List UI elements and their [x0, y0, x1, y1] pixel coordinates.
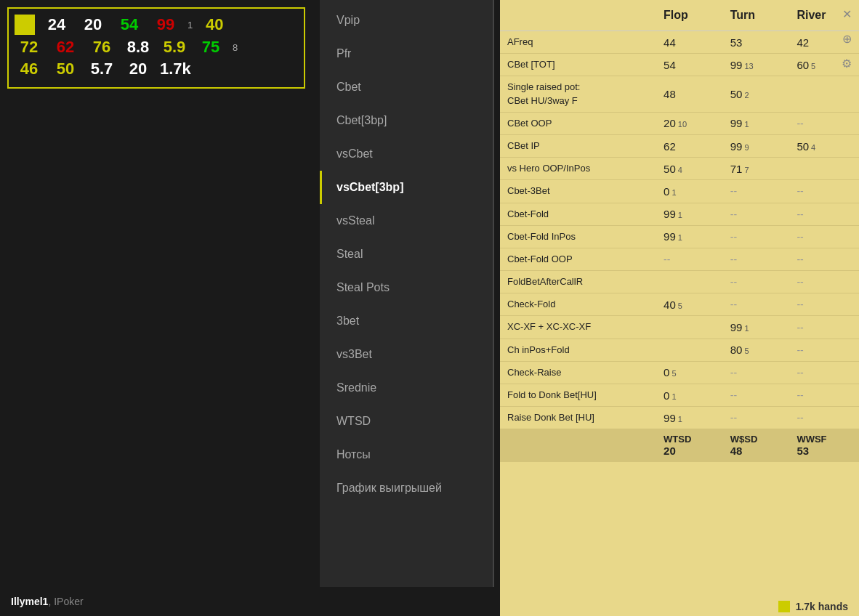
- stat-table: AFreq 44 53 42 CBet [TOT] 54 99 13 60 5 …: [500, 31, 859, 462]
- stat-sub2: 8: [233, 42, 238, 53]
- row-flop-cbet3bet: 0 1: [659, 181, 726, 202]
- pin-icon[interactable]: ⊕: [842, 32, 852, 46]
- hands-color-badge: [778, 601, 790, 612]
- table-row: Check-Fold 40 5 -- --: [500, 293, 859, 316]
- stat-r9: 5.7: [87, 60, 116, 78]
- row-label-cbetfold: Cbet-Fold: [500, 203, 659, 225]
- stat-cbet: 99: [151, 15, 180, 34]
- nav-vs3bet[interactable]: vs3Bet: [320, 338, 493, 371]
- table-header: Flop Turn River: [500, 0, 859, 31]
- table-row: Cbet-3Bet 0 1 -- --: [500, 180, 859, 203]
- stats-row-1: 24 20 54 99 1 40: [15, 15, 298, 35]
- header-turn: Turn: [726, 0, 793, 31]
- row-label-fold-bet-after: FoldBetAfterCallR: [500, 271, 659, 293]
- row-river-cbetfold-oop: --: [792, 249, 859, 270]
- table-row: CBet OOP 20 10 99 1 --: [500, 113, 859, 135]
- stat-r6: 75: [196, 38, 225, 57]
- nav-wtsd[interactable]: WTSD: [320, 405, 493, 438]
- nav-steal[interactable]: Steal: [320, 238, 493, 271]
- table-row: Cbet-Fold OOP -- -- --: [500, 248, 859, 271]
- stat-3bet: 54: [115, 15, 144, 34]
- row-turn-fold-donk: --: [726, 385, 793, 405]
- footer-user: Illymel1, IPoker: [11, 596, 84, 607]
- row-flop-cbet-oop: 20 10: [659, 113, 726, 134]
- row-turn-check-fold: --: [726, 294, 793, 315]
- player-badge: [15, 15, 35, 35]
- stat-pfr: 20: [78, 15, 108, 34]
- row-turn-cbetfold: --: [726, 204, 793, 224]
- row-flop-xcxf: [659, 323, 726, 332]
- nav-steal-pots[interactable]: Steal Pots: [320, 271, 493, 304]
- row-river-raise-donk: --: [792, 408, 859, 428]
- row-flop-srp: 48: [659, 84, 726, 105]
- row-river-cbetfold-ip: --: [792, 227, 859, 247]
- row-turn-afreq: 53: [726, 32, 793, 53]
- stat-hands: 1.7k: [160, 60, 191, 78]
- nav-vscbet[interactable]: vsCbet: [320, 137, 493, 171]
- nav-vssteal[interactable]: vsSteal: [320, 204, 493, 238]
- row-label-xcxf: XC-XF + XC-XC-XF: [500, 316, 659, 338]
- stat-r7: 46: [15, 60, 44, 78]
- footer-wsd-label: W$SD48: [726, 429, 793, 461]
- row-river-fold-bet-after: --: [792, 272, 859, 292]
- row-flop-afreq: 44: [659, 32, 726, 53]
- row-label-fold-donk: Fold to Donk Bet[HU]: [500, 384, 659, 406]
- username: Illymel1: [11, 596, 48, 607]
- close-icon[interactable]: ✕: [842, 7, 852, 21]
- table-row: CBet [TOT] 54 99 13 60 5: [500, 54, 859, 76]
- stat-r5: 5.9: [160, 38, 189, 57]
- row-river-cbet-oop: --: [792, 113, 859, 134]
- row-river-cbetfold: --: [792, 204, 859, 224]
- row-turn-cbetfold-oop: --: [726, 249, 793, 270]
- row-flop-cbetfold-ip: 99 1: [659, 226, 726, 247]
- row-label-cbet-ip: CBet IP: [500, 135, 659, 157]
- nav-srednie[interactable]: Srednie: [320, 371, 493, 405]
- nav-notes[interactable]: Нотсы: [320, 438, 493, 471]
- side-nav: Vpip Pfr Cbet Cbet[3bp] vsCbet vsCbet[3b…: [320, 0, 494, 616]
- row-label-cbet-tot: CBet [TOT]: [500, 54, 659, 76]
- stats-row-2: 72 62 76 8.8 5.9 75 8: [15, 38, 298, 57]
- table-row: Raise Donk Bet [HU] 99 1 -- --: [500, 407, 859, 429]
- row-flop-cbet-tot: 54: [659, 54, 726, 76]
- row-label-check-fold: Check-Fold: [500, 293, 659, 315]
- row-river-ch-inpos: --: [792, 340, 859, 360]
- icon-bar: ✕ ⊕ ⚙: [842, 7, 852, 70]
- header-flop: Flop: [659, 0, 726, 31]
- table-row: Cbet-Fold InPos 99 1 -- --: [500, 226, 859, 248]
- table-row: AFreq 44 53 42: [500, 31, 859, 54]
- stat-sub1: 1: [187, 20, 193, 31]
- row-turn-fold-bet-after: --: [726, 272, 793, 292]
- row-river-check-fold: --: [792, 294, 859, 315]
- nav-3bet[interactable]: 3bet: [320, 304, 493, 338]
- row-turn-srp: 50 2: [726, 84, 793, 105]
- stat-r8: 50: [51, 60, 80, 78]
- stat-r4: 8.8: [124, 38, 153, 57]
- table-row: XC-XF + XC-XC-XF 99 1 --: [500, 316, 859, 339]
- row-river-fold-donk: --: [792, 385, 859, 405]
- stat-r10: 20: [124, 60, 153, 78]
- row-river-cbet3bet: --: [792, 181, 859, 201]
- nav-cbet3bp[interactable]: Cbet[3bp]: [320, 104, 493, 137]
- nav-pfr[interactable]: Pfr: [320, 37, 493, 70]
- header-label-col: [500, 0, 659, 31]
- gear-icon[interactable]: ⚙: [842, 57, 852, 70]
- row-flop-hero-oop: 50 4: [659, 158, 726, 179]
- nav-graph[interactable]: График выигрышей: [320, 471, 493, 505]
- nav-vscbet3bp[interactable]: vsCbet[3bp]: [320, 171, 493, 204]
- table-row: CBet IP 62 99 9 50 4: [500, 135, 859, 158]
- stat-r2: 62: [51, 38, 80, 57]
- row-turn-cbetfold-ip: --: [726, 227, 793, 247]
- row-turn-cbet-oop: 99 1: [726, 113, 793, 134]
- table-row: Ch inPos+Fold 80 5 --: [500, 339, 859, 362]
- footer-label: [500, 441, 659, 450]
- nav-cbet[interactable]: Cbet: [320, 70, 493, 104]
- row-flop-check-raise: 0 5: [659, 362, 726, 383]
- row-label-hero-oop: vs Hero OOP/InPos: [500, 158, 659, 179]
- row-river-xcxf: --: [792, 317, 859, 338]
- row-flop-cbetfold: 99 1: [659, 203, 726, 224]
- row-label-srp: Single raised pot:CBet HU/3way F: [500, 76, 659, 111]
- row-turn-check-raise: --: [726, 362, 793, 383]
- nav-vpip[interactable]: Vpip: [320, 4, 493, 37]
- row-turn-raise-donk: --: [726, 408, 793, 428]
- row-label-cbetfold-ip: Cbet-Fold InPos: [500, 226, 659, 248]
